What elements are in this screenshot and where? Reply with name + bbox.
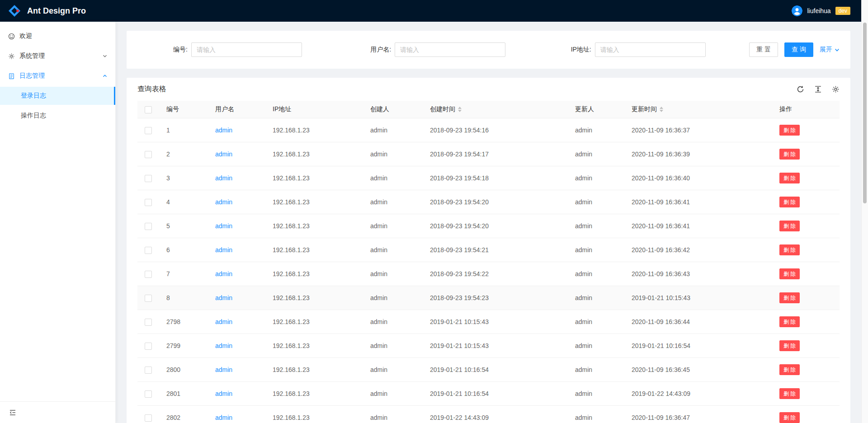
user-menu[interactable]: liufeihua dev (792, 5, 850, 16)
cell-creator: admin (367, 142, 426, 166)
column-header-updated[interactable]: 更新时间 (628, 101, 776, 118)
table-row: 2800 admin 192.168.1.23 admin 2019-01-21… (137, 358, 840, 382)
username-link[interactable]: admin (215, 174, 232, 182)
username-link[interactable]: admin (215, 294, 232, 301)
sidebar-item-welcome[interactable]: 欢迎 (0, 27, 115, 45)
reset-button[interactable]: 重 置 (749, 42, 778, 57)
cell-creator: admin (367, 238, 426, 262)
body-row: 欢迎 系统管理 (0, 22, 861, 423)
delete-button[interactable]: 删 除 (779, 412, 800, 423)
cell-username: admin (212, 214, 269, 238)
row-checkbox[interactable] (145, 199, 152, 206)
username-link[interactable]: admin (215, 246, 232, 254)
cell-updater: admin (571, 406, 628, 423)
table-row: 3 admin 192.168.1.23 admin 2018-09-23 19… (137, 166, 840, 190)
username-link[interactable]: admin (215, 366, 232, 373)
cell-action: 删 除 (776, 214, 840, 238)
cell-updated-time: 2020-11-09 16:36:41 (628, 214, 776, 238)
search-button[interactable]: 查 询 (784, 42, 813, 57)
expand-link[interactable]: 展开 (820, 46, 840, 54)
cell-ip: 192.168.1.23 (269, 262, 367, 286)
cell-created-time: 2018-09-23 19:54:23 (426, 286, 571, 310)
sidebar: 欢迎 系统管理 (0, 22, 116, 423)
sidebar-item-label: 欢迎 (19, 32, 32, 40)
username-link[interactable]: admin (215, 222, 232, 230)
delete-button[interactable]: 删 除 (779, 244, 800, 255)
cell-id: 2798 (163, 310, 212, 334)
cell-ip: 192.168.1.23 (269, 406, 367, 423)
cell-updater: admin (571, 214, 628, 238)
cell-ip: 192.168.1.23 (269, 358, 367, 382)
cell-action: 删 除 (776, 286, 840, 310)
username-link[interactable]: admin (215, 270, 232, 277)
sidebar-item-system-mgmt[interactable]: 系统管理 (0, 47, 115, 65)
row-checkbox[interactable] (145, 271, 152, 278)
cell-creator: admin (367, 358, 426, 382)
delete-button[interactable]: 删 除 (779, 292, 800, 303)
filter-label-ip: IP地址: (571, 46, 591, 54)
sidebar-item-login-log[interactable]: 登录日志 (0, 87, 115, 105)
user-name: liufeihua (807, 7, 830, 14)
column-height-icon[interactable] (814, 85, 822, 93)
cell-action: 删 除 (776, 142, 840, 166)
delete-button[interactable]: 删 除 (779, 173, 800, 183)
row-checkbox[interactable] (145, 390, 152, 398)
row-checkbox[interactable] (145, 319, 152, 326)
cell-username: admin (212, 334, 269, 358)
sidebar-item-operation-log[interactable]: 操作日志 (0, 107, 115, 125)
scrollbar-thumb[interactable] (863, 23, 867, 203)
delete-button[interactable]: 删 除 (779, 364, 800, 375)
row-checkbox[interactable] (145, 247, 152, 254)
username-link[interactable]: admin (215, 150, 232, 158)
cell-updater: admin (571, 262, 628, 286)
delete-button[interactable]: 删 除 (779, 340, 800, 351)
row-checkbox[interactable] (145, 175, 152, 182)
delete-button[interactable]: 删 除 (779, 197, 800, 207)
username-link[interactable]: admin (215, 318, 232, 325)
table-row: 5 admin 192.168.1.23 admin 2018-09-23 19… (137, 214, 840, 238)
delete-button[interactable]: 删 除 (779, 125, 800, 136)
reload-icon[interactable] (797, 85, 804, 93)
collapse-sidebar-icon[interactable] (9, 409, 16, 416)
row-checkbox[interactable] (145, 367, 152, 374)
username-link[interactable]: admin (215, 414, 232, 421)
username-link[interactable]: admin (215, 390, 232, 397)
delete-button[interactable]: 删 除 (779, 221, 800, 231)
id-input[interactable] (191, 42, 302, 57)
cell-id: 6 (163, 238, 212, 262)
header-brand: Ant Design Pro (7, 4, 86, 18)
cell-username: admin (212, 142, 269, 166)
username-link[interactable]: admin (215, 198, 232, 206)
row-checkbox[interactable] (145, 223, 152, 230)
username-input[interactable] (395, 42, 505, 57)
ip-input[interactable] (595, 42, 706, 57)
username-link[interactable]: admin (215, 127, 232, 134)
column-header-created[interactable]: 创建时间 (426, 101, 571, 118)
cell-created-time: 2018-09-23 19:54:20 (426, 214, 571, 238)
select-all-checkbox[interactable] (145, 106, 152, 113)
row-checkbox[interactable] (145, 151, 152, 158)
delete-button[interactable]: 删 除 (779, 149, 800, 160)
settings-gear-icon[interactable] (832, 85, 840, 93)
row-checkbox[interactable] (145, 127, 152, 134)
row-checkbox[interactable] (145, 295, 152, 302)
table-row: 6 admin 192.168.1.23 admin 2018-09-23 19… (137, 238, 840, 262)
row-checkbox[interactable] (145, 414, 152, 422)
page-scrollbar[interactable] (861, 0, 868, 423)
cell-id: 7 (163, 262, 212, 286)
cell-updater: admin (571, 190, 628, 214)
row-checkbox-cell (137, 310, 163, 334)
cell-updater: admin (571, 142, 628, 166)
row-checkbox[interactable] (145, 343, 152, 350)
cell-updated-time: 2019-01-21 10:16:54 (628, 334, 776, 358)
cell-ip: 192.168.1.23 (269, 334, 367, 358)
delete-button[interactable]: 删 除 (779, 316, 800, 327)
username-link[interactable]: admin (215, 342, 232, 349)
delete-button[interactable]: 删 除 (779, 388, 800, 399)
delete-button[interactable]: 删 除 (779, 268, 800, 279)
cell-updater: admin (571, 166, 628, 190)
sidebar-item-log-mgmt[interactable]: 日志管理 (0, 67, 115, 85)
column-header-label: 创建时间 (430, 105, 455, 113)
user-avatar (792, 5, 802, 16)
app-window: Ant Design Pro liufeihua dev (0, 0, 861, 423)
